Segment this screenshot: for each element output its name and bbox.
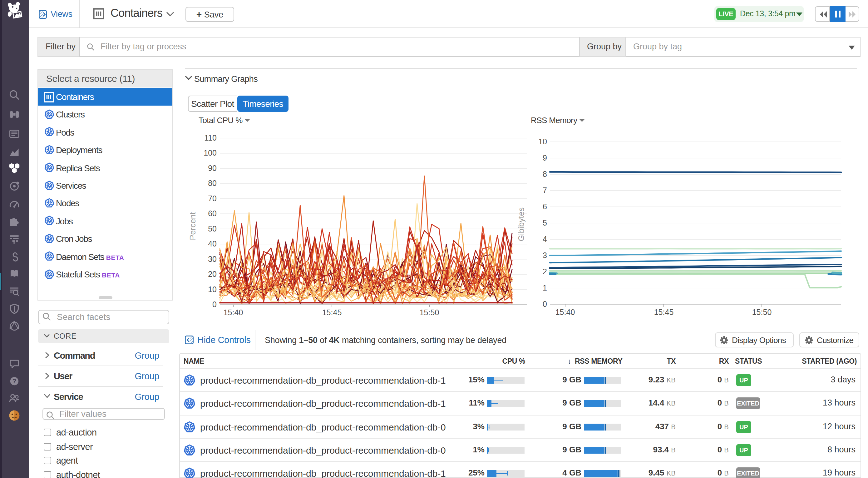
- svg-text:6: 6: [542, 202, 547, 211]
- svg-text:110: 110: [204, 133, 217, 142]
- svg-text:15:45: 15:45: [654, 308, 674, 317]
- svg-text:5: 5: [542, 218, 547, 227]
- svg-text:15:40: 15:40: [555, 308, 575, 317]
- svg-text:3: 3: [542, 251, 547, 260]
- svg-text:10: 10: [208, 285, 217, 294]
- svg-text:40: 40: [208, 239, 217, 248]
- svg-text:Percent: Percent: [188, 212, 197, 240]
- svg-text:0: 0: [212, 300, 217, 309]
- svg-text:15:50: 15:50: [420, 308, 439, 317]
- svg-text:50: 50: [208, 224, 217, 233]
- svg-text:100: 100: [204, 148, 217, 157]
- svg-text:15:45: 15:45: [322, 308, 342, 317]
- svg-text:4: 4: [542, 235, 547, 243]
- svg-text:60: 60: [208, 209, 217, 218]
- svg-text:8: 8: [542, 170, 547, 178]
- svg-text:7: 7: [542, 186, 547, 195]
- svg-text:80: 80: [208, 179, 217, 187]
- svg-text:Gibibytes: Gibibytes: [518, 207, 526, 241]
- svg-text:15:40: 15:40: [223, 308, 243, 317]
- svg-text:10: 10: [538, 137, 547, 146]
- svg-text:2: 2: [542, 267, 547, 276]
- svg-text:1: 1: [542, 283, 547, 292]
- svg-text:15:50: 15:50: [752, 308, 772, 317]
- svg-text:9: 9: [542, 153, 547, 162]
- svg-text:20: 20: [208, 270, 217, 278]
- svg-text:90: 90: [208, 164, 217, 173]
- svg-text:30: 30: [208, 255, 217, 263]
- svg-text:70: 70: [208, 194, 217, 203]
- svg-text:0: 0: [542, 300, 547, 308]
- svg-text:?: ?: [12, 378, 17, 385]
